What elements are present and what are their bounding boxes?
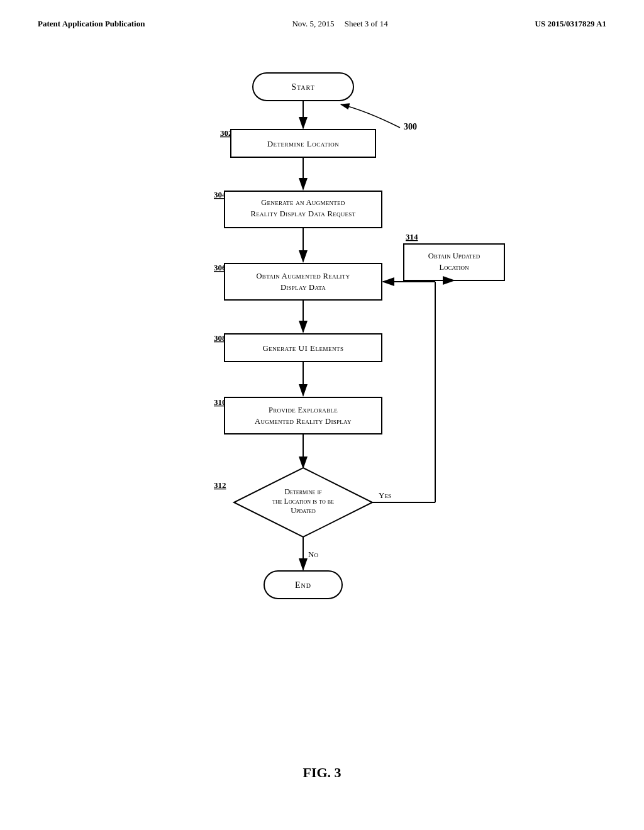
step-308-text: Generate UI Elements [262, 343, 343, 353]
diagram-ref-label: 300 [404, 122, 417, 131]
end-label: End [295, 580, 311, 590]
step-312-text-3: Updated [291, 506, 316, 515]
flowchart-diagram: Start 300 302 Determine Location 304 Gen… [102, 54, 542, 746]
step-314-text-1: Obtain Updated [428, 252, 480, 260]
step-304-text-2: Reality Display Data Request [251, 209, 356, 218]
step-306-text-1: Obtain Augmented Reality [257, 272, 350, 280]
step-314-text-2: Location [439, 263, 469, 272]
header-date: Nov. 5, 2015 [292, 19, 334, 28]
step-310-text-1: Provide Explorable [269, 406, 338, 414]
step-310-text-2: Augmented Reality Display [255, 417, 352, 426]
header-sheet: Sheet 3 of 14 [345, 19, 388, 28]
step-312-text-2: the Location is to be [272, 497, 334, 506]
page-header: Patent Application Publication Nov. 5, 2… [38, 19, 606, 29]
start-label: Start [291, 82, 315, 92]
svg-rect-11 [225, 397, 382, 434]
step-314-label: 314 [406, 232, 418, 241]
flowchart-svg: Start 300 302 Determine Location 304 Gen… [102, 54, 542, 746]
step-312-label: 312 [214, 480, 226, 490]
header-center: Nov. 5, 2015 Sheet 3 of 14 [292, 19, 387, 29]
page: Patent Application Publication Nov. 5, 2… [0, 0, 644, 830]
step-302-text: Determine Location [267, 139, 340, 148]
yes-label: Yes [379, 490, 391, 500]
header-left: Patent Application Publication [38, 19, 145, 29]
figure-caption: FIG. 3 [38, 765, 606, 781]
header-right: US 2015/0317829 A1 [535, 19, 606, 29]
step-306-text-2: Display Data [280, 283, 326, 292]
no-label: No [308, 550, 318, 559]
svg-rect-16 [404, 244, 504, 280]
svg-rect-7 [225, 263, 382, 300]
step-304-text-1: Generate an Augmented [261, 198, 345, 207]
step-312-text-1: Determine if [284, 487, 322, 496]
